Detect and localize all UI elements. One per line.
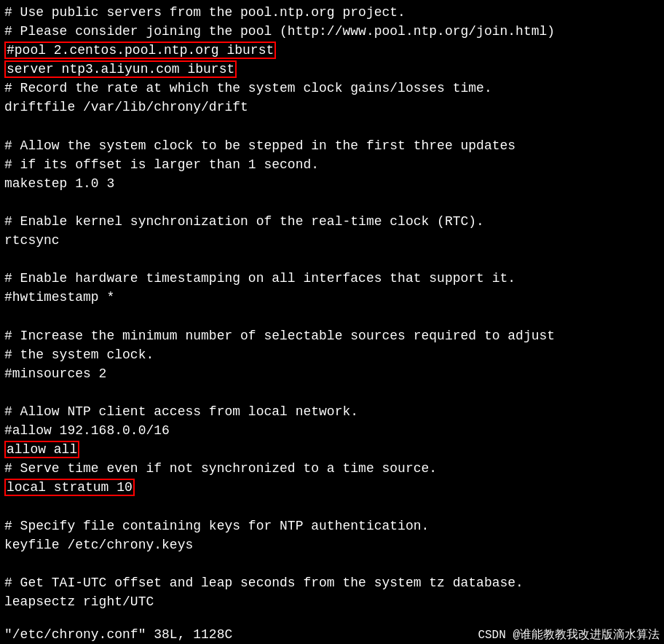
line-16: #hwtimestamp *: [4, 288, 660, 307]
line-3: #pool 2.centos.pool.ntp.org iburst: [4, 41, 660, 60]
line-27: [4, 497, 660, 516]
line-17: [4, 307, 660, 326]
line-6: driftfile /var/lib/chrony/drift: [4, 98, 660, 117]
line-26: local stratum 10: [4, 478, 660, 497]
line-32: leapsectz right/UTC: [4, 592, 660, 611]
line-9: # if its offset is larger than 1 second.: [4, 155, 660, 174]
line-10: makestep 1.0 3: [4, 174, 660, 193]
status-left: "/etc/chrony.conf" 38L, 1128C: [4, 627, 232, 643]
line-19: # the system clock.: [4, 345, 660, 364]
line-15: # Enable hardware timestamping on all in…: [4, 269, 660, 288]
line-24: allow all: [4, 440, 660, 459]
line-7: [4, 117, 660, 136]
highlighted-text-4: server ntp3.aliyun.com iburst: [4, 60, 237, 78]
content-area: # Use public servers from the pool.ntp.o…: [4, 3, 660, 644]
terminal: # Use public servers from the pool.ntp.o…: [0, 0, 664, 644]
highlighted-text-3: #pool 2.centos.pool.ntp.org iburst: [4, 42, 276, 59]
status-bar: "/etc/chrony.conf" 38L, 1128C CSDN @谁能教教…: [0, 626, 664, 644]
line-2: # Please consider joining the pool (http…: [4, 22, 660, 41]
line-20: #minsources 2: [4, 364, 660, 383]
line-11: [4, 193, 660, 212]
highlighted-text-26: local stratum 10: [4, 479, 135, 496]
highlighted-text-24: allow all: [4, 441, 79, 458]
line-23: #allow 192.168.0.0/16: [4, 421, 660, 440]
line-21: [4, 383, 660, 402]
line-13: rtcsync: [4, 231, 660, 250]
line-22: # Allow NTP client access from local net…: [4, 402, 660, 421]
line-12: # Enable kernel synchronization of the r…: [4, 212, 660, 231]
line-25: # Serve time even if not synchronized to…: [4, 459, 660, 478]
line-4: server ntp3.aliyun.com iburst: [4, 60, 660, 79]
line-5: # Record the rate at which the system cl…: [4, 79, 660, 98]
line-30: [4, 554, 660, 573]
line-8: # Allow the system clock to be stepped i…: [4, 136, 660, 155]
line-1: # Use public servers from the pool.ntp.o…: [4, 3, 660, 22]
line-31: # Get TAI-UTC offset and leap seconds fr…: [4, 573, 660, 592]
line-14: [4, 250, 660, 269]
line-18: # Increase the minimum number of selecta…: [4, 326, 660, 345]
line-28: # Specify file containing keys for NTP a…: [4, 517, 660, 535]
line-29: keyfile /etc/chrony.keys: [4, 535, 660, 554]
status-right: CSDN @谁能教教我改进版滴水算法: [478, 627, 660, 643]
